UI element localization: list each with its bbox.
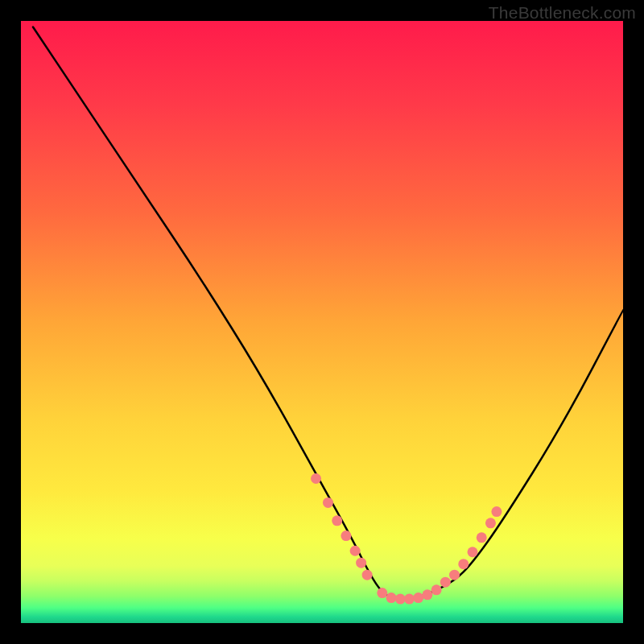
data-point-dot bbox=[458, 559, 469, 569]
data-point-dot bbox=[362, 570, 373, 580]
data-point-dot bbox=[377, 588, 387, 598]
data-point-dot bbox=[468, 547, 478, 557]
data-point-dot bbox=[350, 546, 361, 556]
data-point-dot bbox=[449, 570, 460, 580]
data-point-dot bbox=[356, 558, 366, 568]
data-point-dot bbox=[395, 594, 406, 605]
data-point-dot bbox=[404, 594, 415, 605]
data-point-dot bbox=[477, 532, 487, 543]
data-point-dot bbox=[413, 592, 423, 603]
data-point-dot bbox=[431, 584, 442, 595]
data-point-dot bbox=[422, 589, 432, 600]
data-point-dot bbox=[491, 506, 502, 517]
data-point-dot bbox=[341, 530, 351, 541]
data-point-dot bbox=[311, 473, 321, 484]
curve-path bbox=[33, 27, 623, 599]
bottleneck-curve-svg bbox=[21, 21, 623, 623]
data-point-dot bbox=[485, 518, 496, 528]
data-point-dot bbox=[440, 577, 451, 588]
data-point-dot bbox=[323, 497, 333, 508]
data-point-dot bbox=[332, 515, 342, 526]
plot-area bbox=[21, 21, 623, 623]
watermark-text: TheBottleneck.com bbox=[489, 3, 636, 23]
chart-frame: TheBottleneck.com bbox=[0, 0, 644, 644]
data-point-dot bbox=[386, 592, 397, 603]
